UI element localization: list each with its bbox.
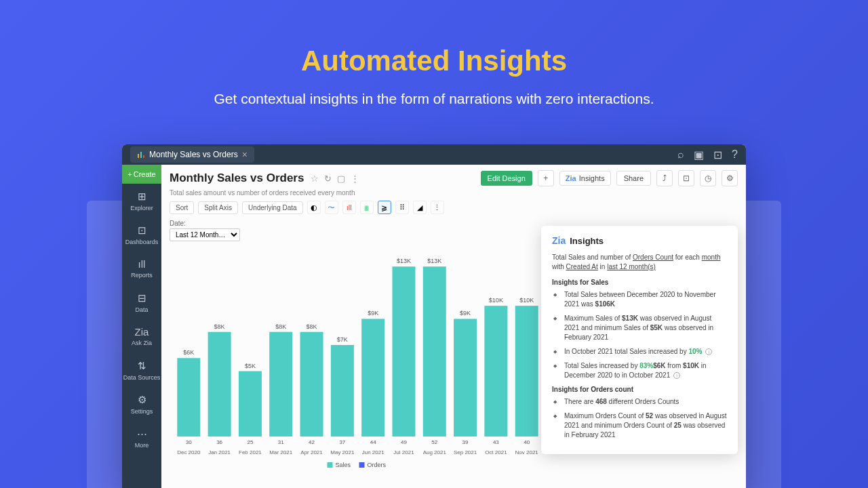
sidebar-item-settings[interactable]: ⚙Settings [122, 387, 161, 421]
orders-value: 42 [309, 439, 315, 445]
sidebar-icon: ⚙ [138, 394, 146, 406]
bar-sales [331, 345, 354, 436]
more-icon[interactable]: ⋮ [351, 174, 359, 184]
svg-rect-1 [140, 152, 142, 158]
orders-value: 49 [401, 439, 407, 445]
column-chart-icon[interactable]: ⫼ [360, 201, 374, 214]
app-window: Monthly Sales vs Orders × ⌕ ▣ ⊡ ? + Crea… [122, 144, 746, 488]
sidebar-icon: ⊡ [138, 224, 146, 237]
underlying-data-button[interactable]: Underlying Data [242, 201, 303, 214]
export-icon[interactable]: ⤴ [656, 170, 673, 186]
orders-value: 31 [278, 439, 284, 445]
refresh-icon[interactable]: ↻ [324, 174, 332, 184]
sidebar-label: More [135, 442, 149, 449]
bar-label: $8K [214, 323, 225, 330]
date-select[interactable]: Last 12 Month… [170, 228, 240, 241]
help-icon[interactable]: ? [732, 148, 738, 161]
legend-sales-swatch [328, 462, 333, 468]
category-label: Aug 2021 [423, 449, 447, 455]
hero-title: Automated Insights [0, 0, 868, 77]
sidebar-item-data-sources[interactable]: ⇅Data Sources [122, 353, 161, 387]
create-button[interactable]: + Create [122, 165, 161, 184]
bar-sales [454, 319, 477, 436]
sidebar-item-dashboards[interactable]: ⊡Dashboards [122, 218, 161, 251]
header-row: Monthly Sales vs Orders ☆ ↻ ▢ ⋮ Edit Des… [161, 165, 746, 189]
sidebar-label: Ask Zia [132, 340, 152, 346]
settings-icon[interactable]: ⚙ [722, 170, 738, 186]
insights-button[interactable]: Zia Insights [559, 171, 611, 186]
sidebar-label: Dashboards [125, 239, 159, 245]
sidebar-label: Data Sources [123, 374, 161, 381]
sidebar-item-more[interactable]: ⋯More [122, 421, 161, 455]
bar-sales [177, 358, 200, 436]
clock-icon[interactable]: ◷ [700, 170, 716, 186]
edit-design-button[interactable]: Edit Design [481, 171, 532, 186]
sidebar-item-reports[interactable]: ıllReports [122, 251, 161, 285]
insight-item: Total Sales between December 2020 to Nov… [559, 290, 727, 309]
sidebar-item-data[interactable]: ⊟Data [122, 285, 161, 319]
page-title: Monthly Sales vs Orders [170, 171, 304, 185]
insight-item: Maximum Sales of $13K was observed in Au… [559, 314, 727, 342]
sidebar-label: Data [135, 306, 148, 313]
orders-value: 43 [493, 439, 499, 445]
sidebar-icon: ⇅ [138, 360, 146, 372]
calendar-icon[interactable]: ▣ [694, 148, 704, 161]
tab-monthly-sales[interactable]: Monthly Sales vs Orders × [130, 146, 254, 163]
info-icon[interactable]: i [673, 372, 680, 379]
line-chart-icon[interactable]: 〜 [325, 201, 338, 214]
sidebar-item-explorer[interactable]: ⊞Explorer [122, 184, 161, 218]
chart-icon [137, 150, 145, 159]
orders-value: 36 [216, 439, 222, 445]
insight-item: There are 468 different Orders Counts [559, 397, 727, 407]
insights-sales-title: Insights for Sales [552, 279, 727, 286]
orders-value: 44 [370, 439, 376, 445]
sidebar-label: Reports [131, 272, 153, 279]
bar-sales [208, 332, 231, 436]
clipboard-icon[interactable]: ▢ [337, 174, 345, 184]
combo-chart-icon[interactable]: ⫺ [378, 201, 391, 214]
sidebar-icon: Zia [135, 326, 149, 338]
pie-chart-icon[interactable]: ◐ [307, 201, 321, 214]
bar-label: $6K [183, 349, 194, 356]
search-icon[interactable]: ⌕ [677, 148, 684, 161]
bar-label: $8K [275, 323, 286, 330]
more-charts-icon[interactable]: ⋮ [431, 201, 444, 214]
category-label: Jun 2021 [362, 449, 384, 455]
star-icon[interactable]: ☆ [311, 174, 319, 184]
titlebar-actions: ⌕ ▣ ⊡ ? [677, 148, 738, 161]
close-icon[interactable]: × [242, 149, 248, 160]
bar-sales [515, 306, 538, 436]
insights-panel: Zia Insights Total Sales and number of O… [541, 226, 738, 454]
bar-sales [239, 371, 262, 436]
area-chart-icon[interactable]: ◢ [413, 201, 427, 214]
share-button[interactable]: Share [616, 171, 651, 186]
comment-icon[interactable]: ⊡ [713, 148, 722, 161]
sidebar-icon: ⊞ [138, 190, 146, 203]
titlebar: Monthly Sales vs Orders × ⌕ ▣ ⊡ ? [122, 144, 746, 165]
insights-title: Insights [570, 236, 604, 246]
legend-orders: Orders [368, 462, 387, 468]
bar-label: $9K [368, 310, 378, 317]
toolbar: Sort Split Axis Underlying Data ◐ 〜 ıll … [161, 201, 746, 220]
add-button[interactable]: + [538, 170, 554, 186]
bar-sales [361, 319, 384, 436]
bar-sales [269, 332, 292, 436]
split-axis-button[interactable]: Split Axis [198, 201, 238, 214]
sort-button[interactable]: Sort [170, 201, 194, 214]
chat-icon[interactable]: ⊡ [678, 170, 694, 186]
scatter-chart-icon[interactable]: ⠿ [395, 201, 409, 214]
category-label: Sep 2021 [454, 449, 477, 455]
orders-value: 52 [431, 439, 437, 445]
legend-orders-swatch [359, 462, 365, 468]
hero-subtitle: Get contextual insights in the form of n… [0, 77, 868, 107]
title-actions: ☆ ↻ ▢ ⋮ [311, 174, 359, 184]
insight-item: Maximum Orders Count of 52 was observed … [559, 411, 727, 440]
bar-sales [423, 266, 446, 436]
bar-chart-icon[interactable]: ıll [342, 201, 356, 214]
insights-summary: Total Sales and number of Orders Count f… [552, 253, 727, 272]
sidebar-item-ask-zia[interactable]: ZiaAsk Zia [122, 319, 161, 353]
info-icon[interactable]: i [705, 348, 712, 355]
orders-value: 39 [462, 439, 469, 445]
insights-orders-list: There are 468 different Orders CountsMax… [552, 397, 727, 440]
zia-icon: Zia [552, 235, 566, 246]
